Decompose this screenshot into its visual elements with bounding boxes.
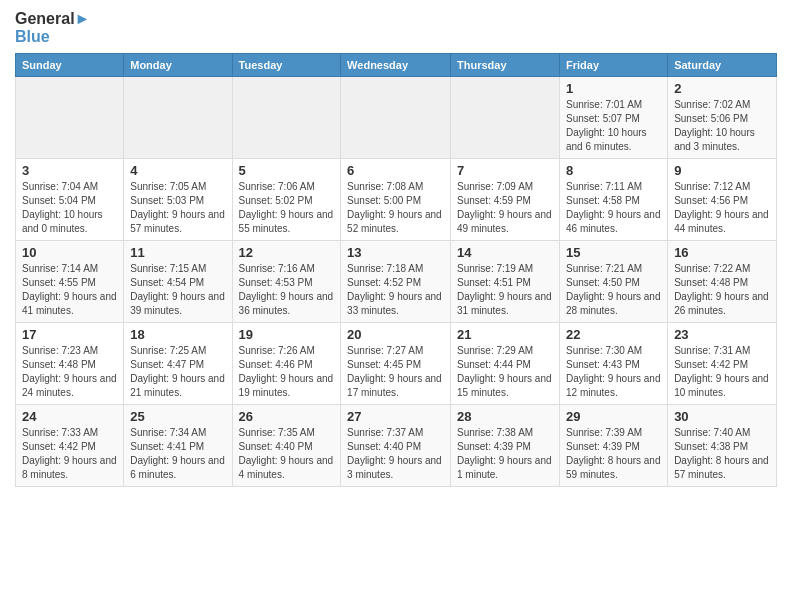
day-number: 14	[457, 245, 553, 260]
day-number: 27	[347, 409, 444, 424]
calendar-cell: 28Sunrise: 7:38 AM Sunset: 4:39 PM Dayli…	[451, 405, 560, 487]
calendar-cell: 12Sunrise: 7:16 AM Sunset: 4:53 PM Dayli…	[232, 241, 341, 323]
day-info: Sunrise: 7:23 AM Sunset: 4:48 PM Dayligh…	[22, 344, 117, 400]
calendar-week-3: 10Sunrise: 7:14 AM Sunset: 4:55 PM Dayli…	[16, 241, 777, 323]
day-info: Sunrise: 7:09 AM Sunset: 4:59 PM Dayligh…	[457, 180, 553, 236]
header-cell-sunday: Sunday	[16, 54, 124, 77]
day-number: 11	[130, 245, 225, 260]
calendar-week-5: 24Sunrise: 7:33 AM Sunset: 4:42 PM Dayli…	[16, 405, 777, 487]
day-info: Sunrise: 7:19 AM Sunset: 4:51 PM Dayligh…	[457, 262, 553, 318]
calendar-cell	[451, 77, 560, 159]
day-info: Sunrise: 7:12 AM Sunset: 4:56 PM Dayligh…	[674, 180, 770, 236]
calendar-cell: 13Sunrise: 7:18 AM Sunset: 4:52 PM Dayli…	[341, 241, 451, 323]
day-info: Sunrise: 7:22 AM Sunset: 4:48 PM Dayligh…	[674, 262, 770, 318]
day-info: Sunrise: 7:37 AM Sunset: 4:40 PM Dayligh…	[347, 426, 444, 482]
day-info: Sunrise: 7:14 AM Sunset: 4:55 PM Dayligh…	[22, 262, 117, 318]
calendar-table: SundayMondayTuesdayWednesdayThursdayFrid…	[15, 53, 777, 487]
calendar-cell: 4Sunrise: 7:05 AM Sunset: 5:03 PM Daylig…	[124, 159, 232, 241]
day-number: 5	[239, 163, 335, 178]
day-info: Sunrise: 7:04 AM Sunset: 5:04 PM Dayligh…	[22, 180, 117, 236]
calendar-cell: 19Sunrise: 7:26 AM Sunset: 4:46 PM Dayli…	[232, 323, 341, 405]
day-info: Sunrise: 7:38 AM Sunset: 4:39 PM Dayligh…	[457, 426, 553, 482]
calendar-cell: 1Sunrise: 7:01 AM Sunset: 5:07 PM Daylig…	[559, 77, 667, 159]
calendar-cell: 8Sunrise: 7:11 AM Sunset: 4:58 PM Daylig…	[559, 159, 667, 241]
day-info: Sunrise: 7:21 AM Sunset: 4:50 PM Dayligh…	[566, 262, 661, 318]
header-cell-friday: Friday	[559, 54, 667, 77]
calendar-cell: 3Sunrise: 7:04 AM Sunset: 5:04 PM Daylig…	[16, 159, 124, 241]
calendar-week-4: 17Sunrise: 7:23 AM Sunset: 4:48 PM Dayli…	[16, 323, 777, 405]
calendar-cell: 29Sunrise: 7:39 AM Sunset: 4:39 PM Dayli…	[559, 405, 667, 487]
calendar-week-2: 3Sunrise: 7:04 AM Sunset: 5:04 PM Daylig…	[16, 159, 777, 241]
day-info: Sunrise: 7:06 AM Sunset: 5:02 PM Dayligh…	[239, 180, 335, 236]
calendar-header-row: SundayMondayTuesdayWednesdayThursdayFrid…	[16, 54, 777, 77]
calendar-cell: 27Sunrise: 7:37 AM Sunset: 4:40 PM Dayli…	[341, 405, 451, 487]
day-info: Sunrise: 7:05 AM Sunset: 5:03 PM Dayligh…	[130, 180, 225, 236]
day-info: Sunrise: 7:18 AM Sunset: 4:52 PM Dayligh…	[347, 262, 444, 318]
header-cell-monday: Monday	[124, 54, 232, 77]
day-number: 23	[674, 327, 770, 342]
day-number: 15	[566, 245, 661, 260]
day-number: 7	[457, 163, 553, 178]
day-info: Sunrise: 7:30 AM Sunset: 4:43 PM Dayligh…	[566, 344, 661, 400]
header-cell-wednesday: Wednesday	[341, 54, 451, 77]
day-info: Sunrise: 7:35 AM Sunset: 4:40 PM Dayligh…	[239, 426, 335, 482]
day-info: Sunrise: 7:25 AM Sunset: 4:47 PM Dayligh…	[130, 344, 225, 400]
calendar-cell: 14Sunrise: 7:19 AM Sunset: 4:51 PM Dayli…	[451, 241, 560, 323]
day-number: 4	[130, 163, 225, 178]
day-number: 8	[566, 163, 661, 178]
calendar-cell: 22Sunrise: 7:30 AM Sunset: 4:43 PM Dayli…	[559, 323, 667, 405]
day-info: Sunrise: 7:26 AM Sunset: 4:46 PM Dayligh…	[239, 344, 335, 400]
header: General► Blue	[15, 10, 777, 45]
day-info: Sunrise: 7:01 AM Sunset: 5:07 PM Dayligh…	[566, 98, 661, 154]
day-info: Sunrise: 7:02 AM Sunset: 5:06 PM Dayligh…	[674, 98, 770, 154]
calendar-cell: 15Sunrise: 7:21 AM Sunset: 4:50 PM Dayli…	[559, 241, 667, 323]
day-number: 17	[22, 327, 117, 342]
main-container: General► Blue SundayMondayTuesdayWednesd…	[0, 0, 792, 497]
calendar-cell	[124, 77, 232, 159]
day-number: 3	[22, 163, 117, 178]
calendar-cell	[341, 77, 451, 159]
calendar-cell: 18Sunrise: 7:25 AM Sunset: 4:47 PM Dayli…	[124, 323, 232, 405]
calendar-cell: 2Sunrise: 7:02 AM Sunset: 5:06 PM Daylig…	[668, 77, 777, 159]
logo: General► Blue	[15, 10, 90, 45]
calendar-cell	[16, 77, 124, 159]
calendar-cell: 17Sunrise: 7:23 AM Sunset: 4:48 PM Dayli…	[16, 323, 124, 405]
day-info: Sunrise: 7:15 AM Sunset: 4:54 PM Dayligh…	[130, 262, 225, 318]
day-info: Sunrise: 7:27 AM Sunset: 4:45 PM Dayligh…	[347, 344, 444, 400]
day-info: Sunrise: 7:29 AM Sunset: 4:44 PM Dayligh…	[457, 344, 553, 400]
calendar-cell: 30Sunrise: 7:40 AM Sunset: 4:38 PM Dayli…	[668, 405, 777, 487]
calendar-cell	[232, 77, 341, 159]
day-number: 2	[674, 81, 770, 96]
day-number: 24	[22, 409, 117, 424]
calendar-cell: 10Sunrise: 7:14 AM Sunset: 4:55 PM Dayli…	[16, 241, 124, 323]
day-number: 25	[130, 409, 225, 424]
day-number: 20	[347, 327, 444, 342]
day-number: 26	[239, 409, 335, 424]
day-number: 1	[566, 81, 661, 96]
calendar-cell: 24Sunrise: 7:33 AM Sunset: 4:42 PM Dayli…	[16, 405, 124, 487]
calendar-cell: 6Sunrise: 7:08 AM Sunset: 5:00 PM Daylig…	[341, 159, 451, 241]
calendar-cell: 9Sunrise: 7:12 AM Sunset: 4:56 PM Daylig…	[668, 159, 777, 241]
day-info: Sunrise: 7:11 AM Sunset: 4:58 PM Dayligh…	[566, 180, 661, 236]
day-number: 29	[566, 409, 661, 424]
calendar-cell: 25Sunrise: 7:34 AM Sunset: 4:41 PM Dayli…	[124, 405, 232, 487]
calendar-cell: 21Sunrise: 7:29 AM Sunset: 4:44 PM Dayli…	[451, 323, 560, 405]
day-number: 6	[347, 163, 444, 178]
day-info: Sunrise: 7:34 AM Sunset: 4:41 PM Dayligh…	[130, 426, 225, 482]
day-number: 21	[457, 327, 553, 342]
header-cell-thursday: Thursday	[451, 54, 560, 77]
calendar-cell: 23Sunrise: 7:31 AM Sunset: 4:42 PM Dayli…	[668, 323, 777, 405]
day-number: 18	[130, 327, 225, 342]
day-info: Sunrise: 7:08 AM Sunset: 5:00 PM Dayligh…	[347, 180, 444, 236]
logo-text: General► Blue	[15, 10, 90, 45]
day-info: Sunrise: 7:40 AM Sunset: 4:38 PM Dayligh…	[674, 426, 770, 482]
calendar-cell: 20Sunrise: 7:27 AM Sunset: 4:45 PM Dayli…	[341, 323, 451, 405]
day-number: 9	[674, 163, 770, 178]
calendar-cell: 5Sunrise: 7:06 AM Sunset: 5:02 PM Daylig…	[232, 159, 341, 241]
day-number: 13	[347, 245, 444, 260]
day-number: 10	[22, 245, 117, 260]
day-number: 16	[674, 245, 770, 260]
day-number: 28	[457, 409, 553, 424]
day-info: Sunrise: 7:39 AM Sunset: 4:39 PM Dayligh…	[566, 426, 661, 482]
calendar-cell: 11Sunrise: 7:15 AM Sunset: 4:54 PM Dayli…	[124, 241, 232, 323]
